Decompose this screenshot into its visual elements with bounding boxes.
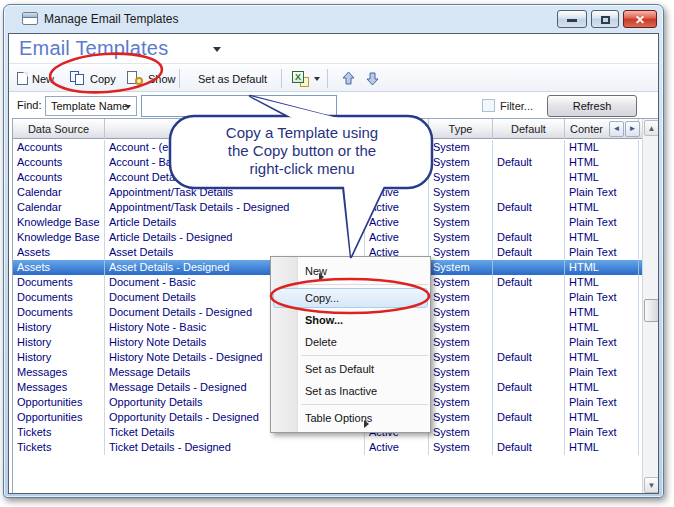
table-row[interactable]: AccountsAccount DetailsActiveSystemHTML [13,170,642,185]
view-header: Email Templates [9,34,658,64]
cell-status: Active [365,185,429,200]
filter-checkbox[interactable] [482,99,495,112]
cell-default: Default [493,380,565,395]
cell-default: Default [493,245,565,260]
cell-content: Plain Text [565,185,639,200]
table-row[interactable]: Knowledge BaseArticle Details - Designed… [13,230,642,245]
set-as-default-button[interactable]: Set as Default [195,68,270,89]
close-button[interactable]: ✕ [623,10,657,28]
cell-type: System [429,230,493,245]
cell-type: System [429,215,493,230]
cell-type: System [429,155,493,170]
cell-content: HTML [565,380,639,395]
cell-content: HTML [565,200,639,215]
cell-default [493,320,565,335]
cell-source: History [13,320,105,335]
move-up-button[interactable] [337,68,360,89]
view-selector-chevron-icon[interactable] [213,47,221,52]
new-button[interactable]: New [14,68,57,89]
menu-item-label: Delete [305,336,337,348]
cell-status: Active [365,155,429,170]
menu-item-set-as-default[interactable]: Set as Default [271,358,430,380]
cell-default: Default [493,440,565,455]
cell-content: HTML [565,170,639,185]
cell-default [493,335,565,350]
search-input[interactable] [141,95,337,117]
cell-status: Active [365,140,429,155]
menu-item-table-options[interactable]: Table Options [271,407,430,429]
cell-default [493,305,565,320]
menu-item-copy[interactable]: Copy... [271,287,430,309]
find-field-select[interactable]: Template Name [45,96,137,116]
column-header-name[interactable]: Template Name [105,119,365,139]
cell-type: System [429,395,493,410]
submenu-arrow-icon [319,273,324,281]
cell-content: Plain Text [565,395,639,410]
table-header-row: Data SourceTemplate NameStatusTypeDefaul… [13,119,642,139]
menu-item-delete[interactable]: Delete [271,331,430,353]
cell-source: Documents [13,305,105,320]
cell-source: History [13,335,105,350]
column-header-source[interactable]: Data Source [13,119,105,139]
cell-source: Assets [13,260,105,275]
column-header-default[interactable]: Default [493,119,565,139]
toolbar-separator [281,69,282,88]
export-excel-icon: X [292,71,309,87]
cell-source: Tickets [13,425,105,440]
menu-separator [301,355,428,356]
menu-item-set-as-inactive[interactable]: Set as Inactive [271,380,430,402]
toolbar-separator [179,69,180,88]
maximize-icon [601,16,610,24]
show-button-label: Show [148,73,176,85]
scrollbar-thumb[interactable] [644,299,659,322]
menu-item-new[interactable]: New [271,260,430,282]
minimize-button[interactable] [557,10,587,28]
cell-type: System [429,170,493,185]
maximize-button[interactable] [591,10,619,28]
export-dropdown-button[interactable] [311,68,323,89]
copy-button[interactable]: Copy [67,68,119,89]
cell-status: Active [365,440,429,455]
column-header-status[interactable]: Status [365,119,429,139]
cell-source: Documents [13,275,105,290]
cell-source: Accounts [13,170,105,185]
cell-source: Knowledge Base [13,230,105,245]
cell-name: Account - Basic [105,155,365,170]
cell-type: System [429,275,493,290]
table-row[interactable]: Knowledge BaseArticle DetailsActiveSyste… [13,215,642,230]
scroll-up-button[interactable]: ▲ [644,120,659,136]
triangle-down-icon: ▼ [648,481,656,490]
column-scroll-left-button[interactable]: ◄ [609,121,624,137]
cell-status: Active [365,200,429,215]
cell-content: Plain Text [565,365,639,380]
close-icon: ✕ [635,13,645,27]
menu-item-label: Table Options [305,412,372,424]
cell-status: Active [365,170,429,185]
cell-content: HTML [565,305,639,320]
toolbar: New Copy Show Set as Default X [9,65,658,92]
cell-type: System [429,350,493,365]
cell-content: HTML [565,410,639,425]
move-down-button[interactable] [361,68,384,89]
cell-type: System [429,335,493,350]
scroll-down-button[interactable]: ▼ [644,477,659,493]
cell-default: Default [493,410,565,425]
cell-content: Plain Text [565,425,639,440]
table-row[interactable]: AccountsAccount - BasicActiveSystemDefau… [13,155,642,170]
table-row[interactable]: TicketsTicket Details - DesignedActiveSy… [13,440,642,455]
table-row[interactable]: CalendarAppointment/Task Details - Desig… [13,200,642,215]
menu-item-show[interactable]: Show... [271,309,430,331]
vertical-scrollbar[interactable]: ▲ ▼ [642,119,659,494]
show-button[interactable]: Show [124,68,179,89]
cell-default [493,140,565,155]
cell-default [493,260,565,275]
cell-default [493,290,565,305]
cell-status: Active [365,230,429,245]
column-header-type[interactable]: Type [429,119,493,139]
column-scroll-right-button[interactable]: ► [625,121,640,137]
export-button[interactable]: X [289,68,312,89]
refresh-button[interactable]: Refresh [547,95,637,117]
table-row[interactable]: AccountsAccount - (empty)ActiveSystemHTM… [13,140,642,155]
title-bar[interactable]: Manage Email Templates ✕ [4,5,663,33]
table-row[interactable]: CalendarAppointment/Task DetailsActiveSy… [13,185,642,200]
